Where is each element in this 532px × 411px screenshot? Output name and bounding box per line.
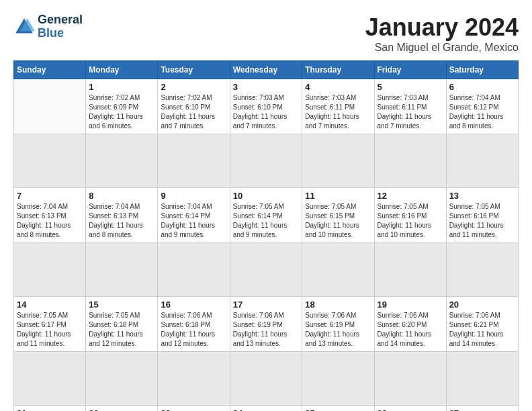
calendar-table: Sunday Monday Tuesday Wednesday Thursday… <box>13 60 519 411</box>
table-row: 18Sunrise: 7:06 AMSunset: 6:19 PMDayligh… <box>302 297 374 352</box>
table-row: 25Sunrise: 7:06 AMSunset: 6:24 PMDayligh… <box>302 406 374 412</box>
table-row: 8Sunrise: 7:04 AMSunset: 6:13 PMDaylight… <box>86 188 158 243</box>
day-number: 13 <box>449 191 515 201</box>
day-info: Sunrise: 7:06 AMSunset: 6:18 PMDaylight:… <box>161 311 226 349</box>
table-row: 3Sunrise: 7:03 AMSunset: 6:10 PMDaylight… <box>230 79 302 134</box>
table-row: 1Sunrise: 7:02 AMSunset: 6:09 PMDaylight… <box>86 79 158 134</box>
table-row: 21Sunrise: 7:06 AMSunset: 6:21 PMDayligh… <box>14 406 86 412</box>
col-tuesday: Tuesday <box>158 61 230 79</box>
table-row: 20Sunrise: 7:06 AMSunset: 6:21 PMDayligh… <box>446 297 518 352</box>
calendar-row: 7Sunrise: 7:04 AMSunset: 6:13 PMDaylight… <box>14 188 519 243</box>
day-number: 24 <box>233 408 300 411</box>
col-friday: Friday <box>374 61 446 79</box>
table-row: 7Sunrise: 7:04 AMSunset: 6:13 PMDaylight… <box>14 188 86 243</box>
day-info: Sunrise: 7:03 AMSunset: 6:10 PMDaylight:… <box>233 93 300 131</box>
table-row: 15Sunrise: 7:05 AMSunset: 6:18 PMDayligh… <box>86 297 158 352</box>
table-row: 17Sunrise: 7:06 AMSunset: 6:19 PMDayligh… <box>230 297 302 352</box>
day-info: Sunrise: 7:03 AMSunset: 6:11 PMDaylight:… <box>305 93 371 131</box>
day-number: 25 <box>305 408 371 411</box>
page-header: General Blue January 2024 San Miguel el … <box>13 13 519 54</box>
day-info: Sunrise: 7:06 AMSunset: 6:20 PMDaylight:… <box>378 311 443 349</box>
day-number: 26 <box>378 408 443 411</box>
day-info: Sunrise: 7:04 AMSunset: 6:12 PMDaylight:… <box>449 93 515 131</box>
day-number: 6 <box>449 82 515 92</box>
table-row: 24Sunrise: 7:06 AMSunset: 6:23 PMDayligh… <box>230 406 302 412</box>
day-number: 1 <box>89 82 154 92</box>
col-thursday: Thursday <box>302 61 374 79</box>
day-info: Sunrise: 7:05 AMSunset: 6:17 PMDaylight:… <box>17 311 83 349</box>
week-divider <box>14 134 519 188</box>
day-number: 4 <box>305 82 371 92</box>
day-number: 12 <box>378 191 443 201</box>
table-row: 26Sunrise: 7:05 AMSunset: 6:24 PMDayligh… <box>374 406 446 412</box>
day-number: 19 <box>378 300 443 310</box>
day-info: Sunrise: 7:02 AMSunset: 6:10 PMDaylight:… <box>161 93 226 131</box>
calendar-row: 14Sunrise: 7:05 AMSunset: 6:17 PMDayligh… <box>14 297 519 352</box>
col-saturday: Saturday <box>446 61 518 79</box>
day-number: 22 <box>89 408 154 411</box>
table-row: 2Sunrise: 7:02 AMSunset: 6:10 PMDaylight… <box>158 79 230 134</box>
table-row: 19Sunrise: 7:06 AMSunset: 6:20 PMDayligh… <box>374 297 446 352</box>
day-number: 23 <box>161 408 226 411</box>
table-row: 14Sunrise: 7:05 AMSunset: 6:17 PMDayligh… <box>14 297 86 352</box>
col-wednesday: Wednesday <box>230 61 302 79</box>
day-number: 15 <box>89 300 154 310</box>
calendar-row: 21Sunrise: 7:06 AMSunset: 6:21 PMDayligh… <box>14 406 519 412</box>
day-info: Sunrise: 7:05 AMSunset: 6:14 PMDaylight:… <box>233 202 300 240</box>
day-number: 2 <box>161 82 226 92</box>
week-divider <box>14 243 519 297</box>
table-row: 10Sunrise: 7:05 AMSunset: 6:14 PMDayligh… <box>230 188 302 243</box>
table-row: 5Sunrise: 7:03 AMSunset: 6:11 PMDaylight… <box>374 79 446 134</box>
table-row: 6Sunrise: 7:04 AMSunset: 6:12 PMDaylight… <box>446 79 518 134</box>
day-info: Sunrise: 7:06 AMSunset: 6:21 PMDaylight:… <box>449 311 515 349</box>
col-sunday: Sunday <box>14 61 86 79</box>
day-info: Sunrise: 7:06 AMSunset: 6:19 PMDaylight:… <box>233 311 300 349</box>
day-number: 17 <box>233 300 300 310</box>
day-info: Sunrise: 7:06 AMSunset: 6:19 PMDaylight:… <box>305 311 371 349</box>
day-number: 27 <box>449 408 515 411</box>
table-row: 11Sunrise: 7:05 AMSunset: 6:15 PMDayligh… <box>302 188 374 243</box>
day-info: Sunrise: 7:05 AMSunset: 6:15 PMDaylight:… <box>305 202 371 240</box>
day-number: 11 <box>305 191 371 201</box>
day-info: Sunrise: 7:04 AMSunset: 6:14 PMDaylight:… <box>161 202 226 240</box>
day-number: 7 <box>17 191 83 201</box>
logo: General Blue <box>13 13 83 40</box>
day-number: 18 <box>305 300 371 310</box>
week-divider <box>14 352 519 406</box>
title-area: January 2024 San Miguel el Grande, Mexic… <box>365 13 519 54</box>
table-row: 13Sunrise: 7:05 AMSunset: 6:16 PMDayligh… <box>446 188 518 243</box>
location-title: San Miguel el Grande, Mexico <box>365 42 519 54</box>
col-monday: Monday <box>86 61 158 79</box>
logo-icon <box>13 16 35 38</box>
month-title: January 2024 <box>365 13 519 42</box>
day-number: 9 <box>161 191 226 201</box>
day-number: 16 <box>161 300 226 310</box>
day-info: Sunrise: 7:05 AMSunset: 6:18 PMDaylight:… <box>89 311 154 349</box>
day-info: Sunrise: 7:03 AMSunset: 6:11 PMDaylight:… <box>378 93 443 131</box>
day-number: 14 <box>17 300 83 310</box>
logo-text: General Blue <box>38 13 83 40</box>
table-row: 23Sunrise: 7:06 AMSunset: 6:22 PMDayligh… <box>158 406 230 412</box>
day-number: 8 <box>89 191 154 201</box>
day-number: 3 <box>233 82 300 92</box>
day-info: Sunrise: 7:05 AMSunset: 6:16 PMDaylight:… <box>449 202 515 240</box>
day-info: Sunrise: 7:04 AMSunset: 6:13 PMDaylight:… <box>89 202 154 240</box>
table-row <box>14 79 86 134</box>
day-info: Sunrise: 7:04 AMSunset: 6:13 PMDaylight:… <box>17 202 83 240</box>
calendar-row: 1Sunrise: 7:02 AMSunset: 6:09 PMDaylight… <box>14 79 519 134</box>
day-number: 10 <box>233 191 300 201</box>
table-row: 22Sunrise: 7:06 AMSunset: 6:22 PMDayligh… <box>86 406 158 412</box>
day-info: Sunrise: 7:02 AMSunset: 6:09 PMDaylight:… <box>89 93 154 131</box>
calendar-header-row: Sunday Monday Tuesday Wednesday Thursday… <box>14 61 519 79</box>
table-row: 4Sunrise: 7:03 AMSunset: 6:11 PMDaylight… <box>302 79 374 134</box>
table-row: 9Sunrise: 7:04 AMSunset: 6:14 PMDaylight… <box>158 188 230 243</box>
day-number: 5 <box>378 82 443 92</box>
day-number: 21 <box>17 408 83 411</box>
day-info: Sunrise: 7:05 AMSunset: 6:16 PMDaylight:… <box>378 202 443 240</box>
table-row: 16Sunrise: 7:06 AMSunset: 6:18 PMDayligh… <box>158 297 230 352</box>
day-number: 20 <box>449 300 515 310</box>
table-row: 12Sunrise: 7:05 AMSunset: 6:16 PMDayligh… <box>374 188 446 243</box>
table-row: 27Sunrise: 7:05 AMSunset: 6:25 PMDayligh… <box>446 406 518 412</box>
